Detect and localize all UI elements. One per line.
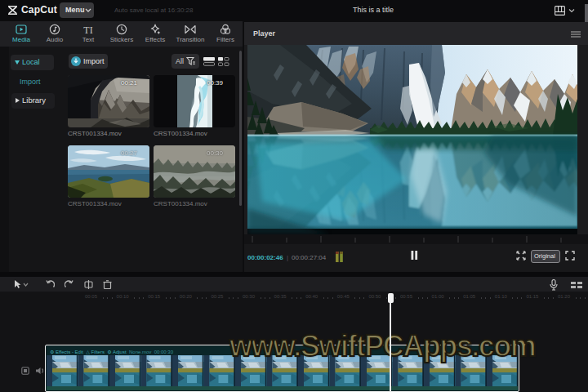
svg-text:TI: TI <box>83 24 92 36</box>
